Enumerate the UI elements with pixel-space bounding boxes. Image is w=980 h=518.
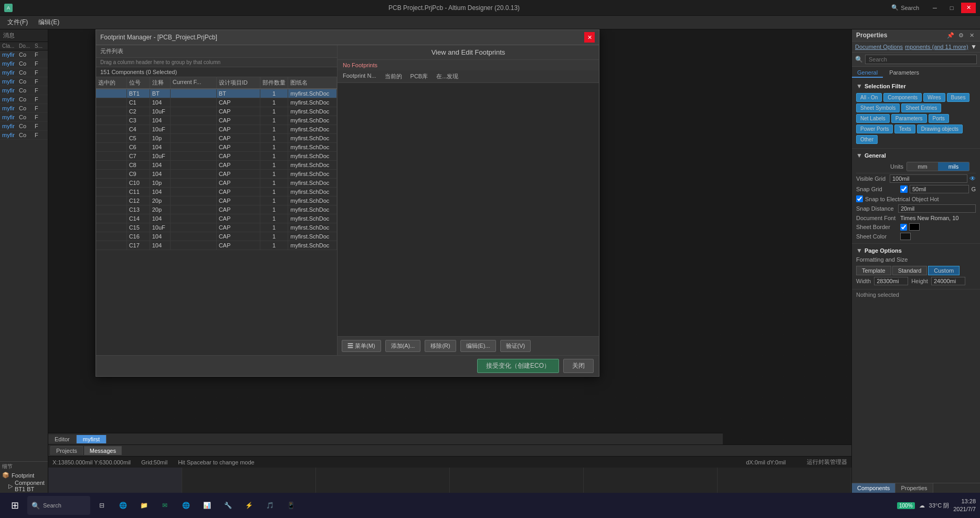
maximize-button[interactable]: □: [944, 3, 959, 13]
filter-texts[interactable]: Texts: [894, 125, 915, 133]
filter-drawing-objects[interactable]: Drawing objects: [917, 125, 963, 133]
custom-button[interactable]: Custom: [928, 266, 960, 275]
standard-button[interactable]: Standard: [892, 266, 928, 275]
filter-wires[interactable]: Wires: [923, 93, 945, 102]
top-search-label[interactable]: Search: [901, 5, 919, 11]
filter-power-ports[interactable]: Power Ports: [856, 125, 893, 133]
panel-tab-components-bottom[interactable]: Components: [852, 483, 895, 493]
width-input[interactable]: [874, 277, 908, 285]
list-item[interactable]: myfir Co F: [0, 104, 48, 113]
start-button[interactable]: ⊞: [4, 495, 25, 516]
panel-pin-button[interactable]: 📌: [946, 32, 955, 39]
menu-file[interactable]: 文件(F): [3, 17, 32, 28]
panel-close-button[interactable]: ✕: [967, 32, 976, 39]
list-item[interactable]: myfir Co F: [0, 131, 48, 140]
snap-electrical-checkbox[interactable]: [856, 195, 863, 202]
unit-mm-button[interactable]: mm: [907, 162, 938, 171]
col-header-schfile[interactable]: 图纸名: [288, 77, 337, 88]
col-header-currf[interactable]: Current F...: [171, 77, 217, 88]
table-row[interactable]: C7 10uF CAP 1 myfirst.SchDoc: [96, 152, 337, 161]
table-row[interactable]: C11 104 CAP 1 myfirst.SchDoc: [96, 188, 337, 196]
table-row[interactable]: C15 10uF CAP 1 myfirst.SchDoc: [96, 223, 337, 232]
edit-button[interactable]: 编辑(E)...: [460, 340, 496, 352]
panel-tab-doc-options[interactable]: Document Options: [855, 44, 903, 50]
table-row[interactable]: C17 104 CAP 1 myfirst.SchDoc: [96, 241, 337, 250]
menu-button[interactable]: ☰ 菜单(M): [342, 340, 381, 352]
col-header-qty[interactable]: 部件数量: [260, 77, 289, 88]
tree-item-component[interactable]: ▷ Component BT1 BT: [0, 479, 48, 493]
snap-grid-checkbox[interactable]: [900, 185, 908, 193]
table-row[interactable]: C9 104 CAP 1 myfirst.SchDoc: [96, 170, 337, 179]
filter-components[interactable]: Components: [883, 93, 922, 102]
snap-distance-input[interactable]: [898, 204, 976, 213]
app-icon3[interactable]: 🔧: [218, 496, 237, 515]
list-item[interactable]: myfir Co F: [0, 95, 48, 104]
close-button[interactable]: ✕: [961, 3, 976, 13]
table-row[interactable]: C14 104 CAP 1 myfirst.SchDoc: [96, 214, 337, 223]
list-item[interactable]: myfir Co F: [0, 86, 48, 95]
tab-editor[interactable]: Editor: [48, 435, 77, 443]
panel-settings-button[interactable]: ⚙: [957, 32, 965, 39]
col-header-note[interactable]: 注释: [150, 77, 171, 88]
menu-edit[interactable]: 编辑(E): [34, 17, 64, 28]
list-item[interactable]: myfir Co F: [0, 59, 48, 68]
tree-item-footprint[interactable]: 📦 Footprint: [0, 471, 48, 479]
col-header-designid[interactable]: 设计项目ID: [217, 77, 260, 88]
filter-all-on[interactable]: All - On: [856, 93, 882, 102]
snap-grid-input[interactable]: [910, 185, 969, 193]
filter-net-labels[interactable]: Net Labels: [856, 114, 890, 123]
list-item[interactable]: myfir Co F: [0, 113, 48, 122]
filter-buses[interactable]: Buses: [947, 93, 970, 102]
table-row[interactable]: C8 104 CAP 1 myfirst.SchDoc: [96, 161, 337, 170]
app-icon4[interactable]: ⚡: [239, 496, 258, 515]
browser-icon2[interactable]: 🌐: [176, 496, 195, 515]
edge-icon[interactable]: 🌐: [113, 496, 132, 515]
filter-sheet-entries[interactable]: Sheet Entries: [901, 103, 941, 112]
general-section-toggle[interactable]: ▼ General: [856, 151, 976, 160]
sheet-border-checkbox[interactable]: [900, 224, 907, 231]
height-input[interactable]: [931, 277, 965, 285]
filter-ports[interactable]: Ports: [929, 114, 949, 123]
col-header-sel[interactable]: 选中的: [96, 77, 127, 88]
tab-projects[interactable]: Projects: [50, 446, 83, 455]
list-item[interactable]: myfir Co F: [0, 122, 48, 131]
panel-tab-components[interactable]: mponents (and 11 more): [905, 44, 968, 50]
sheet-border-color[interactable]: [909, 223, 920, 231]
mail-icon[interactable]: ✉: [155, 496, 174, 515]
table-row[interactable]: C13 20p CAP 1 myfirst.SchDoc: [96, 205, 337, 214]
table-row[interactable]: C2 10uF CAP 1 myfirst.SchDoc: [96, 107, 337, 116]
visible-grid-input[interactable]: [890, 174, 967, 183]
accept-changes-button[interactable]: 接受变化（创建ECO）: [477, 359, 559, 373]
list-item[interactable]: myfir Co F: [0, 77, 48, 86]
col-header-pos[interactable]: 位号: [127, 77, 150, 88]
table-row[interactable]: C6 104 CAP 1 myfirst.SchDoc: [96, 143, 337, 152]
parameters-tab[interactable]: Parameters: [884, 68, 924, 78]
minimize-button[interactable]: ─: [928, 3, 942, 13]
sheet-color-swatch[interactable]: [900, 233, 911, 240]
view-canvas[interactable]: [338, 83, 599, 336]
panel-search-input[interactable]: [865, 55, 977, 64]
dialog-close-button[interactable]: ✕: [584, 32, 595, 43]
filter-parameters[interactable]: Parameters: [891, 114, 927, 123]
filter-other[interactable]: Other: [856, 135, 878, 144]
general-tab[interactable]: General: [852, 68, 883, 78]
close-dialog-button[interactable]: 关闭: [563, 359, 594, 373]
search-taskbar-icon[interactable]: 🔍 Search: [27, 496, 90, 515]
taskview-icon[interactable]: ⊟: [92, 496, 111, 515]
tab-myfirst[interactable]: myfirst: [77, 435, 107, 443]
visible-grid-icon[interactable]: 👁: [970, 175, 976, 182]
panel-tab-properties-bottom[interactable]: Properties: [895, 483, 933, 493]
file-manager-icon[interactable]: 📁: [134, 496, 153, 515]
app-icon5[interactable]: 🎵: [260, 496, 279, 515]
table-row[interactable]: C16 104 CAP 1 myfirst.SchDoc: [96, 232, 337, 241]
unit-mils-button[interactable]: mils: [938, 162, 969, 171]
table-row[interactable]: C1 104 CAP 1 myfirst.SchDoc: [96, 98, 337, 107]
tab-messages[interactable]: Messages: [84, 446, 122, 455]
table-row[interactable]: C3 104 CAP 1 myfirst.SchDoc: [96, 116, 337, 125]
page-options-toggle[interactable]: ▼ Page Options: [856, 246, 976, 255]
add-button[interactable]: 添加(A)...: [385, 340, 421, 352]
table-row[interactable]: C12 20p CAP 1 myfirst.SchDoc: [96, 196, 337, 205]
app-icon6[interactable]: 📱: [281, 496, 300, 515]
table-row[interactable]: C5 10p CAP 1 myfirst.SchDoc: [96, 134, 337, 143]
table-row[interactable]: BT1 BT BT 1 myfirst.SchDoc: [96, 89, 337, 98]
